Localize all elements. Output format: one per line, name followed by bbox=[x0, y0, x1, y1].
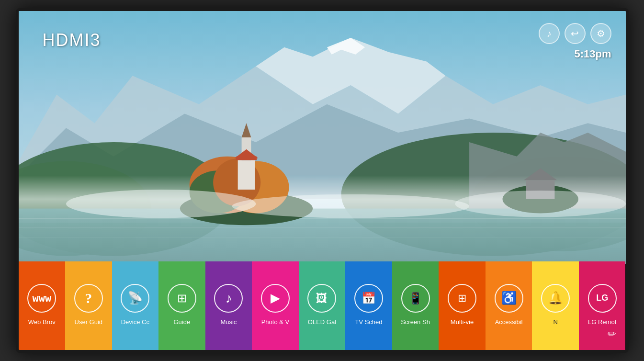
oled-gallery-label: OLED Gal bbox=[301, 318, 343, 326]
web-browser-icon: www bbox=[27, 284, 56, 313]
edit-icon[interactable]: ✏ bbox=[608, 328, 616, 340]
menu-item-oled-gallery[interactable]: 🖼 OLED Gal bbox=[299, 261, 346, 350]
oled-gallery-icon: 🖼 bbox=[307, 284, 336, 313]
device-connector-icon: 📡 bbox=[121, 284, 149, 313]
photo-video-icon: ▶ bbox=[261, 284, 290, 313]
tv-schedule-label: TV Sched bbox=[348, 318, 390, 326]
device-connector-label: Device Cc bbox=[114, 318, 157, 326]
menu-bar: www Web Brov ? User Guid 📡 Device Cc ⊞ bbox=[19, 261, 626, 350]
svg-rect-31 bbox=[19, 11, 626, 264]
menu-item-music[interactable]: ♪ Music bbox=[205, 261, 252, 350]
input-switch-icon[interactable]: ↩ bbox=[565, 23, 586, 44]
music-app-icon: ♪ bbox=[214, 284, 243, 313]
menu-item-notifications[interactable]: 🔔 N bbox=[532, 261, 579, 350]
menu-item-lg-remote[interactable]: LG LG Remot bbox=[579, 261, 626, 350]
hdmi-label: HDMI3 bbox=[43, 30, 101, 50]
guide-label: Guide bbox=[161, 318, 203, 326]
music-label: Music bbox=[208, 318, 250, 326]
lg-remote-label: LG Remot bbox=[581, 318, 623, 326]
photo-video-label: Photo & V bbox=[254, 318, 296, 326]
settings-icon[interactable]: ⚙ bbox=[590, 23, 611, 44]
accessibility-icon: ♿ bbox=[495, 284, 523, 313]
user-guide-icon: ? bbox=[74, 284, 103, 313]
menu-item-multi-view[interactable]: ⊞ Multi-vie bbox=[439, 261, 486, 350]
menu-item-device-connector[interactable]: 📡 Device Cc bbox=[112, 261, 159, 350]
user-guide-label: User Guid bbox=[68, 318, 110, 326]
top-right-controls: ♪ ↩ ⚙ 5:13pm bbox=[539, 23, 611, 60]
screen: HDMI3 ♪ ↩ ⚙ 5:13pm www Web Brov ? bbox=[19, 11, 626, 350]
tv-schedule-icon: 📅 bbox=[354, 284, 383, 313]
menu-item-guide[interactable]: ⊞ Guide bbox=[158, 261, 205, 350]
guide-icon: ⊞ bbox=[168, 284, 196, 313]
menu-item-tv-schedule[interactable]: 📅 TV Sched bbox=[345, 261, 392, 350]
notifications-icon: 🔔 bbox=[541, 284, 570, 313]
multi-view-icon: ⊞ bbox=[448, 284, 476, 313]
lg-remote-icon: LG bbox=[588, 284, 617, 313]
screen-share-icon: 📱 bbox=[401, 284, 430, 313]
music-icon[interactable]: ♪ bbox=[539, 23, 560, 44]
menu-item-photo-video[interactable]: ▶ Photo & V bbox=[252, 261, 299, 350]
top-icon-row: ♪ ↩ ⚙ bbox=[539, 23, 611, 44]
menu-item-web-browser[interactable]: www Web Brov bbox=[19, 261, 66, 350]
web-browser-label: Web Brov bbox=[21, 318, 63, 326]
accessibility-label: Accessibil bbox=[488, 318, 530, 326]
background-image bbox=[19, 11, 626, 264]
menu-item-user-guide[interactable]: ? User Guid bbox=[65, 261, 112, 350]
notifications-label: N bbox=[534, 318, 576, 326]
screen-share-label: Screen Sh bbox=[395, 318, 437, 326]
menu-item-accessibility[interactable]: ♿ Accessibil bbox=[486, 261, 532, 350]
tv-frame: HDMI3 ♪ ↩ ⚙ 5:13pm www Web Brov ? bbox=[16, 8, 629, 353]
clock-display: 5:13pm bbox=[574, 48, 611, 60]
multi-view-label: Multi-vie bbox=[441, 318, 483, 326]
menu-item-screen-share[interactable]: 📱 Screen Sh bbox=[392, 261, 439, 350]
